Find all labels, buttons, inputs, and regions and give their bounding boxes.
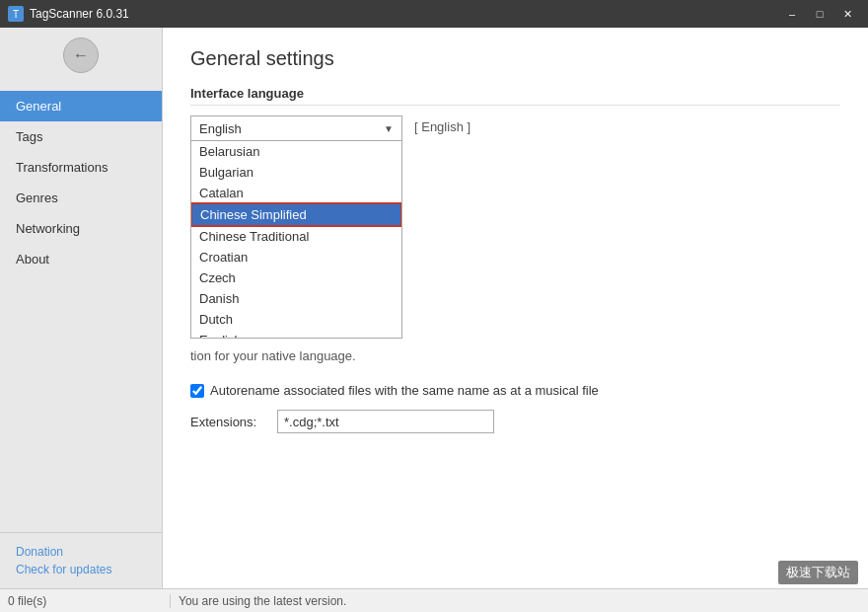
sidebar-item-networking-label: Networking bbox=[16, 221, 80, 236]
lang-catalan[interactable]: Catalan bbox=[191, 183, 401, 203]
sidebar-item-genres[interactable]: Genres bbox=[0, 183, 162, 213]
autorename-checkbox[interactable] bbox=[190, 384, 204, 398]
lang-chinese-traditional[interactable]: Chinese Traditional bbox=[191, 226, 401, 247]
lang-bulgarian[interactable]: Bulgarian bbox=[191, 162, 401, 183]
sidebar-item-genres-label: Genres bbox=[16, 191, 58, 205]
autorename-label[interactable]: Autorename associated files with the sam… bbox=[210, 383, 599, 398]
extensions-input[interactable] bbox=[277, 410, 494, 433]
dropdown-selected-text: English bbox=[199, 121, 242, 136]
watermark: 极速下载站 bbox=[778, 561, 858, 584]
back-button-container[interactable]: ← bbox=[0, 28, 162, 83]
page-title: General settings bbox=[190, 47, 840, 70]
statusbar: 0 file(s) You are using the latest versi… bbox=[0, 588, 868, 612]
app-icon: T bbox=[8, 6, 24, 22]
interface-language-label: Interface language bbox=[190, 86, 840, 106]
sidebar: ← General Tags Transformations Genres Ne… bbox=[0, 28, 163, 588]
minimize-button[interactable]: – bbox=[779, 4, 805, 24]
dropdown-arrow-icon: ▼ bbox=[384, 123, 394, 134]
translation-notice-text: tion for your native language. bbox=[190, 348, 356, 363]
sidebar-item-networking[interactable]: Networking bbox=[0, 213, 162, 244]
extensions-label: Extensions: bbox=[190, 415, 269, 429]
lang-english[interactable]: English bbox=[191, 330, 401, 339]
sidebar-item-transformations-label: Transformations bbox=[16, 160, 108, 175]
content-area: General settings Interface language Engl… bbox=[163, 28, 868, 588]
sidebar-item-general[interactable]: General bbox=[0, 91, 162, 121]
sidebar-item-general-label: General bbox=[16, 99, 61, 114]
lang-croatian[interactable]: Croatian bbox=[191, 247, 401, 268]
lang-chinese-simplified[interactable]: Chinese Simplified bbox=[191, 203, 401, 226]
extensions-row: Extensions: bbox=[190, 410, 840, 433]
sidebar-footer: Donation Check for updates bbox=[0, 532, 162, 588]
language-list-inner[interactable]: Belarusian Bulgarian Catalan Chinese Sim… bbox=[191, 141, 401, 339]
sidebar-item-tags[interactable]: Tags bbox=[0, 121, 162, 152]
close-button[interactable]: ✕ bbox=[834, 4, 860, 24]
statusbar-message: You are using the latest version. bbox=[171, 594, 346, 608]
language-dropdown-header[interactable]: English ▼ bbox=[190, 115, 402, 141]
sidebar-item-transformations[interactable]: Transformations bbox=[0, 152, 162, 183]
translation-notice: tion for your native language. bbox=[190, 348, 840, 363]
autorename-row: Autorename associated files with the sam… bbox=[190, 383, 840, 398]
lang-dutch[interactable]: Dutch bbox=[191, 309, 401, 330]
lang-belarusian[interactable]: Belarusian bbox=[191, 141, 401, 162]
back-icon: ← bbox=[73, 46, 89, 64]
maximize-button[interactable]: □ bbox=[807, 4, 832, 24]
check-updates-link[interactable]: Check for updates bbox=[16, 563, 146, 576]
sidebar-item-about-label: About bbox=[16, 252, 49, 267]
language-dropdown-container: English ▼ Belarusian Bulgarian Catalan C… bbox=[190, 115, 402, 141]
language-dropdown-list: Belarusian Bulgarian Catalan Chinese Sim… bbox=[190, 141, 402, 339]
titlebar-controls: – □ ✕ bbox=[779, 4, 860, 24]
titlebar-left: T TagScanner 6.0.31 bbox=[8, 6, 129, 22]
titlebar: T TagScanner 6.0.31 – □ ✕ bbox=[0, 0, 868, 28]
lang-czech[interactable]: Czech bbox=[191, 268, 401, 288]
donation-link[interactable]: Donation bbox=[16, 545, 146, 559]
language-row: English ▼ Belarusian Bulgarian Catalan C… bbox=[190, 115, 840, 141]
translation-notice-spacer: tion for your native language. Autorenam… bbox=[190, 348, 840, 433]
sidebar-nav: General Tags Transformations Genres Netw… bbox=[0, 83, 162, 532]
back-button[interactable]: ← bbox=[63, 38, 99, 73]
statusbar-files: 0 file(s) bbox=[8, 594, 171, 608]
titlebar-title: TagScanner 6.0.31 bbox=[30, 7, 129, 21]
sidebar-item-tags-label: Tags bbox=[16, 129, 42, 144]
sidebar-item-about[interactable]: About bbox=[0, 244, 162, 274]
lang-danish[interactable]: Danish bbox=[191, 288, 401, 309]
app-body: ← General Tags Transformations Genres Ne… bbox=[0, 28, 868, 588]
current-language-display: [ English ] bbox=[414, 115, 470, 134]
